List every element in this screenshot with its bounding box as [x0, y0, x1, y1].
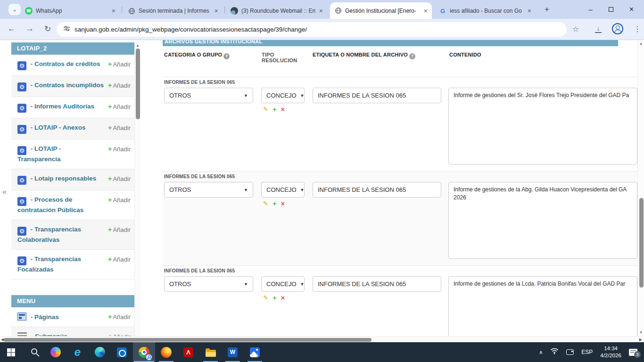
taskbar-chrome-button-active[interactable]: [133, 342, 155, 362]
add-plus-icon[interactable]: +: [272, 105, 277, 113]
taskbar-copilot-button[interactable]: [44, 342, 66, 362]
tipo-resolucion-select[interactable]: CONCEJO▼: [261, 276, 305, 292]
taskbar-search-button[interactable]: [22, 342, 44, 362]
sidebar-item-label[interactable]: - Transparencias Colaborativas: [17, 226, 81, 243]
taskbar-photos-button[interactable]: [244, 342, 266, 362]
tipo-resolucion-select[interactable]: CONCEJO▼: [261, 182, 305, 197]
sidebar-item-lotaip-transparencia[interactable]: +Añadir ⚙ - LOTAIP - Transparencia: [11, 140, 134, 169]
scroll-up-arrow[interactable]: ▲: [135, 43, 140, 48]
edit-pencil-icon[interactable]: ✎: [263, 106, 268, 113]
taskbar-acrobat-button[interactable]: Λ: [177, 342, 199, 362]
taskbar-file-explorer-button[interactable]: [199, 342, 222, 362]
tab-sesion-terminada[interactable]: Sesión terminada | Informes ×: [124, 3, 223, 19]
tab-search-button[interactable]: ⌄: [8, 4, 21, 15]
wifi-icon[interactable]: [550, 348, 559, 356]
scroll-right-arrow[interactable]: ▶: [639, 337, 642, 342]
edit-pencil-icon[interactable]: ✎: [263, 200, 268, 207]
add-link[interactable]: +Añadir: [108, 60, 131, 69]
scroll-up-arrow[interactable]: ▲: [638, 41, 644, 46]
taskbar-firefox-button[interactable]: [155, 342, 177, 362]
add-link[interactable]: +Añadir: [108, 81, 131, 90]
etiqueta-input[interactable]: [313, 88, 441, 103]
contenido-textarea[interactable]: Informe de gestiones de la Abg. Gilda Hu…: [448, 182, 637, 259]
add-link[interactable]: +Añadir: [108, 145, 131, 154]
add-link[interactable]: +Añadir: [108, 123, 131, 132]
reload-button[interactable]: ↻: [44, 24, 51, 34]
back-button[interactable]: ←: [8, 24, 16, 33]
bookmark-star-icon[interactable]: ☆: [572, 25, 579, 33]
tab-close-icon[interactable]: ×: [112, 8, 116, 14]
sidebar-item-procesos-contratacion[interactable]: +Añadir ⚙ - Procesos de contratación Púb…: [11, 190, 134, 220]
clock[interactable]: 14:34 4/2/2026: [600, 345, 621, 359]
sidebar-item-label[interactable]: - Páginas: [31, 313, 59, 321]
tab-close-icon[interactable]: ×: [424, 8, 428, 14]
scroll-down-arrow[interactable]: ▼: [638, 330, 644, 335]
categoria-select[interactable]: OTROS▼: [164, 88, 253, 103]
sidebar-scrollbar[interactable]: ▲: [134, 42, 140, 336]
add-link[interactable]: +Añadir: [108, 225, 131, 234]
page-vertical-scrollbar[interactable]: ▲ ▼: [637, 40, 644, 336]
tray-hidden-icons-chevron[interactable]: ∧: [539, 349, 543, 355]
tab-close-icon[interactable]: ×: [215, 8, 218, 14]
categoria-select[interactable]: OTROS▼: [164, 276, 253, 292]
sidebar-item-lotaip-anexos[interactable]: +Añadir ⚙ - LOTAIP - Anexos: [11, 118, 134, 140]
browser-menu-icon[interactable]: ⋮: [634, 25, 641, 33]
etiqueta-input[interactable]: [313, 276, 441, 292]
url-bar[interactable]: sanjuan.gob.ec/admin/pkg_webpage/convoca…: [57, 22, 567, 37]
sidebar-item-label[interactable]: - Contratos incumplidos: [31, 82, 104, 89]
add-plus-icon[interactable]: +: [272, 294, 277, 302]
taskbar-internet-explorer-button[interactable]: e: [66, 342, 89, 362]
window-minimize-button[interactable]: –: [589, 6, 593, 13]
sidebar-item-paginas[interactable]: +Añadir - Páginas: [11, 307, 134, 327]
help-icon[interactable]: ?: [409, 53, 415, 59]
start-button[interactable]: [0, 342, 22, 362]
display-icon[interactable]: [566, 349, 574, 355]
tab-gestion-institucional-active[interactable]: Gestión Institucional [Enero- ×: [330, 2, 432, 19]
delete-x-icon[interactable]: ×: [281, 294, 285, 302]
site-settings-icon[interactable]: [63, 25, 70, 34]
add-plus-icon[interactable]: +: [272, 199, 277, 207]
sidebar-item-informes-auditorias[interactable]: +Añadir ⚙ - Informes Auditorías: [11, 97, 134, 118]
window-close-button[interactable]: ×: [629, 5, 634, 14]
delete-x-icon[interactable]: ×: [281, 200, 285, 207]
tipo-resolucion-select[interactable]: CONCEJO▼: [261, 88, 305, 103]
scrollbar-thumb[interactable]: [4, 338, 372, 342]
new-tab-button[interactable]: +: [541, 4, 553, 16]
sidebar-item-transparencias-colaborativas[interactable]: +Añadir ⚙ - Transparencias Colaborativas: [11, 220, 134, 250]
contenido-textarea[interactable]: Informe de gestiones de la Lcda. Patrici…: [448, 276, 637, 337]
add-link[interactable]: +Añadir: [108, 102, 131, 111]
add-link[interactable]: +Añadir: [108, 313, 131, 321]
add-link[interactable]: +Añadir: [108, 255, 131, 264]
downloads-icon[interactable]: ↓: [595, 25, 602, 32]
taskbar-word-button[interactable]: W: [222, 342, 244, 362]
add-link[interactable]: +Añadir: [108, 196, 131, 205]
delete-x-icon[interactable]: ×: [281, 106, 285, 113]
taskbar-outlook-button[interactable]: [111, 342, 133, 362]
language-indicator[interactable]: ESP: [581, 349, 593, 355]
add-link[interactable]: +Añadir: [108, 174, 131, 183]
scrollbar-thumb[interactable]: [639, 198, 644, 288]
help-icon[interactable]: ?: [223, 53, 230, 59]
tab-iess-afiliado[interactable]: G iess afiliado - Buscar con Go ×: [435, 3, 536, 19]
etiqueta-input[interactable]: [313, 182, 441, 197]
contenido-textarea[interactable]: Informe de gestiones del Sr. José Flores…: [448, 88, 637, 165]
sidebar-item-contratos-de-creditos[interactable]: +Añadir ⚙ - Contratos de créditos: [11, 55, 134, 76]
tab-close-icon[interactable]: ×: [319, 8, 323, 14]
edit-pencil-icon[interactable]: ✎: [263, 294, 268, 301]
notification-center-icon[interactable]: 3: [629, 349, 637, 356]
sidebar-item-lotaip-responsables[interactable]: +Añadir ⚙ - Lotaip responsables: [11, 169, 134, 190]
sidebar-item-label[interactable]: - Contratos de créditos: [31, 60, 100, 67]
page-horizontal-scrollbar[interactable]: ◀ ▶: [0, 336, 644, 342]
sidebar-item-contratos-incumplidos[interactable]: +Añadir ⚙ - Contratos incumplidos: [11, 76, 134, 97]
scrollbar-thumb[interactable]: [136, 49, 140, 119]
tab-close-icon[interactable]: ×: [528, 8, 531, 14]
taskbar-edge-button[interactable]: [89, 342, 111, 362]
sidebar-collapse-button[interactable]: «: [2, 188, 7, 196]
sidebar-item-label[interactable]: - Lotaip responsables: [31, 175, 97, 182]
tab-whatsapp[interactable]: ☎ WhatsApp ×: [21, 3, 120, 19]
sidebar-item-label[interactable]: - Procesos de contratación Públicas: [17, 196, 83, 214]
categoria-select[interactable]: OTROS▼: [164, 182, 253, 197]
sidebar-item-label[interactable]: - Transparencias Focalizadas: [17, 255, 81, 273]
sidebar-item-label[interactable]: - LOTAIP - Anexos: [31, 124, 86, 131]
sidebar-item-transparencias-focalizadas[interactable]: +Añadir ⚙ - Transparencias Focalizadas: [11, 250, 134, 280]
